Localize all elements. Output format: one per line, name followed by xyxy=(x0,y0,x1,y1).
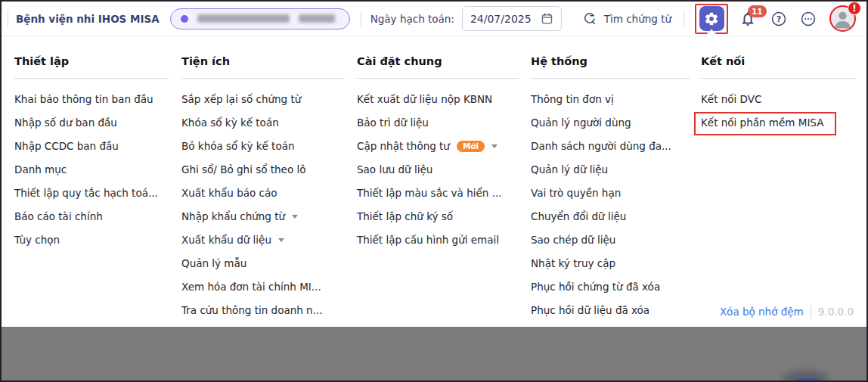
menu-item-label: Quản lý mẫu xyxy=(181,252,246,275)
settings-highlight-box xyxy=(695,4,728,34)
posting-date-value: 24/07/2025 xyxy=(470,13,532,25)
menu-item-label: Phục hồi chứng từ đã xóa xyxy=(531,275,660,299)
version-number: 9.0.0.0 xyxy=(818,306,854,318)
menu-item[interactable]: Sắp xếp lại số chứng từ xyxy=(181,88,345,111)
menu-item-label: Thiết lập cấu hình gửi email xyxy=(357,228,499,252)
posting-date-label: Ngày hạch toán: xyxy=(370,13,454,25)
menu-item-label: Phục hồi dữ liệu đã xóa xyxy=(531,299,649,322)
menu-item[interactable]: Thiết lập cấu hình gửi email xyxy=(357,228,519,252)
menu-item[interactable]: Phục hồi dữ liệu đã xóa xyxy=(531,299,690,322)
menu-item[interactable]: Nhập số dư ban đầu xyxy=(14,111,169,135)
menu-item[interactable]: Xuất khẩu báo cáo xyxy=(181,182,345,205)
menu-item[interactable]: Quản lý người dùng xyxy=(531,111,690,135)
menu-item[interactable]: Khóa sổ kỳ kế toán xyxy=(181,111,345,135)
menu-item-label: Quản lý người dùng xyxy=(531,111,631,135)
menu-item[interactable]: Nhật ký truy cập xyxy=(531,252,690,275)
menu-item[interactable]: Tùy chọn xyxy=(14,228,169,252)
panel-footer: Xóa bộ nhớ đệm 9.0.0.0 xyxy=(720,303,854,320)
chevron-down-icon[interactable] xyxy=(278,238,284,242)
menu-column-2: Tiện íchSắp xếp lại số chứng từKhóa sổ k… xyxy=(181,53,345,322)
menu-item[interactable]: Báo cáo tài chính xyxy=(14,205,169,228)
menu-item-label: Ghi sổ/ Bỏ ghi sổ theo lô xyxy=(181,158,305,182)
organization-selector-pill[interactable] xyxy=(170,8,350,30)
menu-item[interactable]: Phục hồi chứng từ đã xóa xyxy=(531,275,690,299)
menu-item-label: Tra cứu thông tin doanh n... xyxy=(181,299,323,322)
menu-item[interactable]: Bảo trì dữ liệu xyxy=(357,111,519,135)
menu-column-title: Thiết lập xyxy=(14,53,169,79)
ellipsis-icon xyxy=(800,11,817,27)
settings-dropdown-panel: Thiết lậpKhai báo thông tin ban đầuNhập … xyxy=(2,36,866,327)
calendar-icon[interactable] xyxy=(541,12,553,25)
menu-item-label: Cập nhật thông tư xyxy=(357,135,450,158)
menu-item-label: Nhập khẩu chứng từ xyxy=(181,205,285,228)
menu-item-label: Tùy chọn xyxy=(14,228,60,252)
menu-item[interactable]: Sao chép dữ liệu xyxy=(531,228,690,252)
gear-icon xyxy=(704,11,719,26)
menu-column-title: Kết nối xyxy=(701,53,856,79)
menu-column-5: Kết nốiKết nối DVCKết nối phần mềm MISA xyxy=(701,53,856,135)
menu-item-label: Nhật ký truy cập xyxy=(531,252,615,275)
svg-text:?: ? xyxy=(777,14,781,23)
help-button[interactable]: ? xyxy=(770,11,787,27)
menu-item-label: Danh sách người dùng đa... xyxy=(531,135,671,158)
menu-item[interactable]: Vai trò quyền hạn xyxy=(531,182,690,205)
menu-item-label: Xuất khẩu dữ liệu xyxy=(181,228,271,252)
chevron-down-icon[interactable] xyxy=(491,144,498,148)
menu-column-4: Hệ thốngThông tin đơn vịQuản lý người dù… xyxy=(531,53,690,322)
redacted-text xyxy=(197,14,290,23)
search-voucher-button[interactable]: Tìm chứng từ xyxy=(581,11,671,26)
app-window: Bệnh viện nhi IHOS MISA Ngày hạch toán: … xyxy=(0,0,868,382)
top-bar: Bệnh viện nhi IHOS MISA Ngày hạch toán: … xyxy=(2,2,866,36)
menu-item[interactable]: Thiết lập chữ ký số xyxy=(357,205,519,228)
menu-item[interactable]: Bỏ khóa sổ kỳ kế toán xyxy=(181,135,345,158)
menu-item-highlighted[interactable]: Kết nối phần mềm MISA xyxy=(701,111,856,135)
dimmed-chat-bubble-accent xyxy=(796,378,820,382)
chevron-down-icon[interactable] xyxy=(292,215,298,219)
menu-item[interactable]: Ghi sổ/ Bỏ ghi sổ theo lô xyxy=(181,158,345,182)
menu-item-label: Khai báo thông tin ban đầu xyxy=(14,88,153,111)
status-dot-icon xyxy=(181,15,188,23)
menu-item[interactable]: Danh mục xyxy=(14,158,169,182)
menu-item[interactable]: Kết xuất dữ liệu nộp KBNN xyxy=(357,88,519,111)
menu-column-title: Hệ thống xyxy=(531,53,690,79)
menu-item-label: Xem hóa đơn tài chính MI... xyxy=(181,275,321,299)
menu-item-label: Thiết lập chữ ký số xyxy=(357,205,453,228)
menu-item-label: Sao chép dữ liệu xyxy=(531,228,615,252)
menu-item[interactable]: Nhập khẩu chứng từ xyxy=(181,205,345,228)
menu-item[interactable]: Sao lưu dữ liệu xyxy=(357,158,519,182)
more-options-button[interactable] xyxy=(800,11,817,27)
dimmed-overlay xyxy=(2,327,866,380)
menu-item-label: Danh mục xyxy=(14,158,67,182)
menu-item[interactable]: Thiết lập màu sắc và hiển ... xyxy=(357,182,519,205)
search-icon xyxy=(581,11,597,26)
notification-count-badge: 11 xyxy=(748,5,767,17)
menu-item-label: Sao lưu dữ liệu xyxy=(357,158,432,182)
menu-item[interactable]: Thiết lập quy tắc hạch toá... xyxy=(14,182,169,205)
menu-item-label: Nhập CCDC ban đầu xyxy=(14,135,119,158)
menu-item[interactable]: Tra cứu thông tin doanh n... xyxy=(181,299,345,322)
menu-item-label: Kết xuất dữ liệu nộp KBNN xyxy=(357,88,492,111)
menu-item[interactable]: Thông tin đơn vị xyxy=(531,88,690,111)
menu-item[interactable]: Cập nhật thông tưMới xyxy=(357,135,519,158)
menu-item[interactable]: Danh sách người dùng đa... xyxy=(531,135,690,158)
menu-item[interactable]: Quản lý mẫu xyxy=(181,252,345,275)
menu-item[interactable]: Quản lý dữ liệu xyxy=(531,158,690,182)
posting-date-input[interactable]: 24/07/2025 xyxy=(462,6,562,31)
settings-button[interactable] xyxy=(699,6,724,31)
menu-item[interactable]: Kết nối DVC xyxy=(701,88,856,111)
menu-item[interactable]: Xem hóa đơn tài chính MI... xyxy=(181,275,345,299)
menu-item-label: Báo cáo tài chính xyxy=(14,205,103,228)
menu-item-label: Bỏ khóa sổ kỳ kế toán xyxy=(181,135,295,158)
menu-column-3: Cài đặt chungKết xuất dữ liệu nộp KBNNBả… xyxy=(357,53,519,252)
menu-item-label: Kết nối phần mềm MISA xyxy=(701,111,823,135)
user-avatar-button[interactable]: ! xyxy=(829,5,856,32)
notifications-button[interactable]: 11 xyxy=(739,11,756,27)
clear-cache-link[interactable]: Xóa bộ nhớ đệm xyxy=(720,306,804,318)
menu-item[interactable]: Nhập CCDC ban đầu xyxy=(14,135,169,158)
menu-item-label: Vai trò quyền hạn xyxy=(531,182,621,205)
redacted-text xyxy=(299,14,335,23)
menu-item[interactable]: Chuyển đổi dữ liệu xyxy=(531,205,690,228)
menu-item-label: Bảo trì dữ liệu xyxy=(357,111,429,135)
menu-item[interactable]: Xuất khẩu dữ liệu xyxy=(181,228,345,252)
menu-item[interactable]: Khai báo thông tin ban đầu xyxy=(14,88,169,111)
